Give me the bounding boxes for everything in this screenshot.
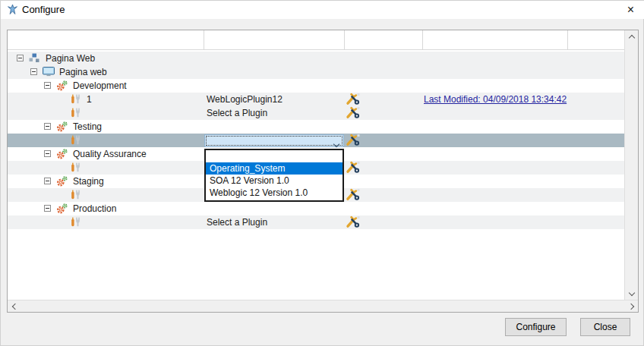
tree-row-leaf-4[interactable]: Select a Plugin <box>8 106 624 120</box>
tools-icon[interactable] <box>346 134 361 146</box>
tree-row-pagina-web[interactable]: Pagina web <box>8 65 624 79</box>
header-column-divider <box>344 30 345 49</box>
tree-node-label: 1 <box>87 93 92 106</box>
collapse-toggle-icon[interactable] <box>44 150 51 157</box>
tree-row-leaf-12[interactable]: Select a Plugin <box>8 215 624 229</box>
gears-icon <box>56 176 68 187</box>
collapse-toggle-icon[interactable] <box>17 55 24 61</box>
tools-icon[interactable] <box>346 188 361 201</box>
tools-icon[interactable] <box>346 161 361 174</box>
monitor-icon <box>43 67 55 77</box>
collapse-toggle-icon[interactable] <box>44 123 51 130</box>
tree-row-production[interactable]: Production <box>8 202 624 215</box>
plugin-icon <box>70 190 82 200</box>
tree-node-label: Staging <box>73 175 104 188</box>
dropdown-item-operating-system[interactable]: Operating_System <box>206 162 343 175</box>
tree-row-1[interactable]: 1WebLogicPlugin12Last Modified: 04/09/20… <box>8 93 624 106</box>
collapse-toggle-icon[interactable] <box>30 68 37 75</box>
plugin-icon <box>70 108 82 118</box>
tree-node-label: Production <box>73 202 116 215</box>
plugin-icon <box>70 217 82 228</box>
scroll-up-button[interactable] <box>626 30 638 42</box>
grid-header-row <box>8 30 624 50</box>
plugin-name-cell[interactable]: Select a Plugin <box>207 215 267 229</box>
vertical-scrollbar[interactable] <box>624 30 638 300</box>
plugin-icon <box>70 94 82 105</box>
tree-row-development[interactable]: Development <box>8 79 624 93</box>
tree-node-label: Pagina web <box>59 65 107 79</box>
dropdown-item-weblogic-12-version-1-0[interactable]: Weblogic 12 Version 1.0 <box>206 187 343 199</box>
horizontal-scrollbar[interactable] <box>8 300 638 312</box>
collapse-toggle-icon[interactable] <box>44 205 51 212</box>
scroll-left-button[interactable] <box>8 300 20 313</box>
collapse-toggle-icon[interactable] <box>44 82 51 89</box>
gears-icon <box>56 203 68 214</box>
gears-icon <box>56 149 68 159</box>
dropdown-item-blank[interactable] <box>206 150 343 162</box>
sitemap-icon <box>29 53 41 64</box>
plugin-icon <box>70 135 82 146</box>
plugin-name-cell[interactable]: Select a Plugin <box>207 106 267 120</box>
plugin-combobox[interactable] <box>204 134 344 147</box>
tree-node-label: Testing <box>73 120 102 134</box>
tools-icon[interactable] <box>346 106 361 119</box>
tree-row-pagina-web[interactable]: Pagina Web <box>8 52 624 65</box>
tree-node-label: Quality Assurance <box>73 147 147 161</box>
tree-row-testing[interactable]: Testing <box>8 120 624 134</box>
scroll-down-button[interactable] <box>626 288 638 300</box>
header-column-divider <box>204 30 204 49</box>
plugin-name-cell[interactable]: WebLogicPlugin12 <box>207 93 283 106</box>
configure-button[interactable]: Configure <box>505 318 567 336</box>
plugin-grid-panel: Pagina WebPagina webDevelopment1WebLogic… <box>7 30 639 313</box>
plugin-icon <box>70 162 82 173</box>
collapse-toggle-icon[interactable] <box>44 178 51 184</box>
window-title: Configure <box>22 4 65 15</box>
dropdown-item-soa-12-version-1-0[interactable]: SOA 12 Version 1.0 <box>206 175 343 187</box>
gears-icon <box>56 80 68 91</box>
close-button[interactable]: Close <box>580 318 630 336</box>
scroll-right-button[interactable] <box>626 300 638 313</box>
plugin-dropdown-list: Operating_SystemSOA 12 Version 1.0Weblog… <box>204 149 344 202</box>
tree-node-label: Pagina Web <box>46 52 95 65</box>
last-modified-link[interactable]: Last Modified: 04/09/2018 13:34:42 <box>424 93 567 106</box>
tree-node-label: Development <box>73 79 127 93</box>
configure-dialog: Configure × Pagina WebPagina webDevelopm… <box>0 0 644 346</box>
tools-icon[interactable] <box>346 93 361 105</box>
tools-icon[interactable] <box>346 215 361 228</box>
app-logo-icon <box>7 4 18 15</box>
header-column-divider <box>422 30 423 49</box>
gears-icon <box>56 121 68 132</box>
close-icon[interactable]: × <box>627 2 634 17</box>
title-bar: Configure × <box>1 1 644 19</box>
header-column-divider <box>567 30 568 49</box>
